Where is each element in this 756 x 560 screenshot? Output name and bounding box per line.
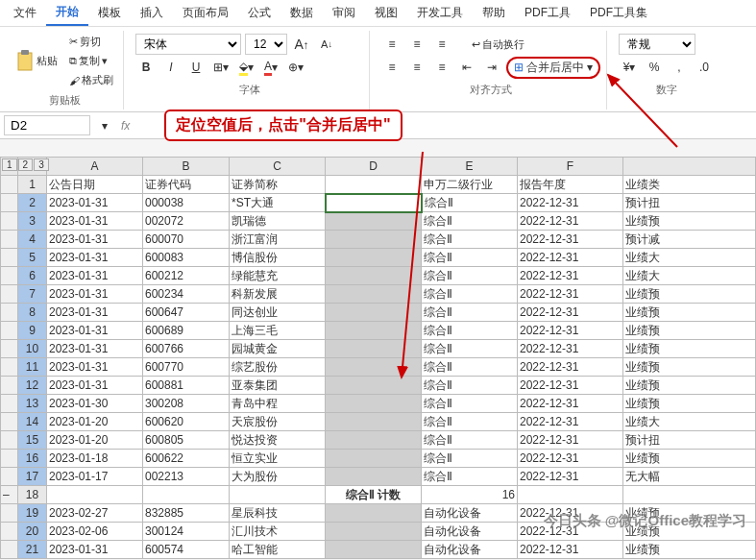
cell[interactable]: 大为股份 — [230, 468, 326, 486]
cell[interactable] — [143, 486, 230, 504]
cell[interactable]: 证券代码 — [143, 176, 230, 194]
cell[interactable]: 业绩预 — [623, 212, 756, 231]
cell[interactable]: 预计扭 — [623, 194, 756, 212]
cell[interactable] — [326, 413, 422, 431]
menu-item[interactable]: 数据 — [280, 1, 323, 25]
cell[interactable] — [623, 486, 756, 504]
align-right-icon[interactable]: ≡ — [431, 57, 452, 78]
row-header[interactable]: 12 — [18, 377, 47, 395]
cell[interactable]: 汇川技术 — [230, 523, 326, 541]
cell[interactable] — [326, 194, 422, 212]
cell[interactable]: 2022-12-31 — [518, 395, 623, 413]
outline-cell[interactable] — [1, 504, 18, 523]
font-color-button[interactable]: A▾ — [260, 57, 281, 78]
cell[interactable]: *ST大通 — [230, 194, 326, 212]
cell[interactable] — [326, 212, 422, 231]
outline-level-tab[interactable]: 1 — [2, 158, 17, 171]
percent-icon[interactable]: % — [644, 57, 665, 78]
cell[interactable]: 综合Ⅱ — [422, 212, 518, 231]
cell[interactable]: 综合Ⅱ — [422, 249, 518, 267]
cell[interactable]: 业绩预 — [623, 340, 756, 358]
cell[interactable]: 业绩预 — [623, 358, 756, 377]
col-header[interactable] — [623, 158, 756, 176]
cell[interactable]: 300124 — [143, 523, 230, 541]
row-header[interactable]: 16 — [18, 450, 47, 468]
menu-item[interactable]: 审阅 — [323, 1, 365, 25]
outline-cell[interactable] — [1, 431, 18, 450]
cell[interactable]: 业绩预 — [623, 377, 756, 395]
cell[interactable]: 16 — [422, 486, 518, 504]
indent-inc-icon[interactable]: ⇥ — [481, 57, 502, 78]
row-header[interactable]: 8 — [18, 304, 47, 322]
copy-button[interactable]: ⧉复制▾ — [65, 52, 117, 70]
cell[interactable]: 2023-01-31 — [47, 541, 143, 559]
cell[interactable]: 600574 — [143, 541, 230, 559]
cell[interactable]: 报告年度 — [518, 176, 623, 194]
cell[interactable]: 600766 — [143, 340, 230, 358]
cell[interactable]: 600620 — [143, 413, 230, 431]
cell[interactable]: 2022-12-31 — [518, 304, 623, 322]
cell[interactable]: 600805 — [143, 431, 230, 450]
outline-level-tab[interactable]: 3 — [34, 158, 49, 171]
row-header[interactable]: 15 — [18, 431, 47, 450]
cell[interactable]: 2022-12-31 — [518, 340, 623, 358]
cell[interactable]: 科新发展 — [230, 285, 326, 304]
cell[interactable]: 2023-01-31 — [47, 249, 143, 267]
cell[interactable]: 2023-02-06 — [47, 523, 143, 541]
fill-color-button[interactable]: ⬙▾ — [235, 57, 256, 78]
cell[interactable]: 上海三毛 — [230, 322, 326, 340]
cell[interactable]: 2022-12-31 — [518, 267, 623, 285]
cell[interactable]: 2022-12-31 — [518, 358, 623, 377]
cell[interactable]: 业绩类 — [623, 176, 756, 194]
cell[interactable]: 业绩大 — [623, 249, 756, 267]
outline-cell[interactable] — [1, 541, 18, 559]
cell[interactable]: 综合Ⅱ — [422, 377, 518, 395]
cell[interactable]: 300208 — [143, 395, 230, 413]
cell[interactable] — [326, 340, 422, 358]
align-top-icon[interactable]: ≡ — [381, 34, 402, 55]
cell[interactable]: 自动化设备 — [422, 541, 518, 559]
font-family-select[interactable]: 宋体 — [135, 34, 241, 55]
italic-button[interactable]: I — [160, 57, 182, 78]
outline-cell[interactable] — [1, 176, 18, 194]
more-font-button[interactable]: ⊕▾ — [285, 57, 306, 78]
paste-button[interactable]: 粘贴 — [12, 47, 61, 76]
cell[interactable] — [47, 486, 143, 504]
cell[interactable]: 综合Ⅱ — [422, 340, 518, 358]
outline-cell[interactable] — [1, 377, 18, 395]
cell[interactable] — [326, 377, 422, 395]
cell[interactable]: 申万二级行业 — [422, 176, 518, 194]
cell[interactable]: 2022-12-31 — [518, 285, 623, 304]
cell[interactable]: 832885 — [143, 504, 230, 523]
row-header[interactable]: 21 — [18, 541, 47, 559]
cell[interactable]: 业绩预 — [623, 523, 756, 541]
decimal-inc-icon[interactable]: .0 — [694, 57, 715, 78]
row-header[interactable]: 11 — [18, 358, 47, 377]
cell[interactable]: 预计扭 — [623, 431, 756, 450]
outline-cell[interactable] — [1, 340, 18, 358]
merge-center-button[interactable]: ⊞ 合并后居中 ▾ — [506, 57, 600, 79]
col-header[interactable]: E — [422, 158, 518, 176]
cell[interactable]: 2023-01-18 — [47, 450, 143, 468]
cell[interactable]: 2022-12-31 — [518, 231, 623, 249]
outline-cell[interactable]: – — [1, 486, 18, 504]
row-header[interactable]: 14 — [18, 413, 47, 431]
cell[interactable] — [230, 486, 326, 504]
cell[interactable]: 浙江富润 — [230, 231, 326, 249]
row-header[interactable]: 6 — [18, 267, 47, 285]
cell[interactable]: 无大幅 — [623, 468, 756, 486]
align-bottom-icon[interactable]: ≡ — [431, 34, 452, 55]
cell[interactable]: 同达创业 — [230, 304, 326, 322]
outline-level-tab[interactable]: 2 — [18, 158, 34, 171]
cell[interactable]: 2023-02-27 — [47, 504, 143, 523]
cell[interactable] — [326, 322, 422, 340]
row-header[interactable]: 3 — [18, 212, 47, 231]
col-header[interactable]: B — [143, 158, 230, 176]
cell[interactable] — [326, 249, 422, 267]
cell[interactable]: 002072 — [143, 212, 230, 231]
cell[interactable]: 自动化设备 — [422, 504, 518, 523]
outline-cell[interactable] — [1, 523, 18, 541]
row-header[interactable]: 4 — [18, 231, 47, 249]
row-header[interactable]: 2 — [18, 194, 47, 212]
cell[interactable]: 2022-12-31 — [518, 377, 623, 395]
